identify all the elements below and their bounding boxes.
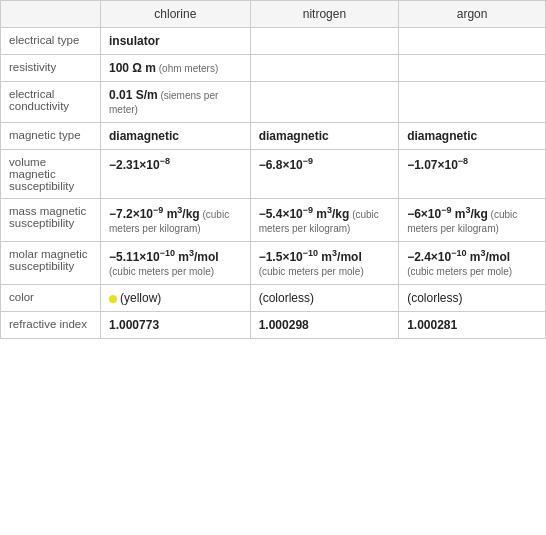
table-cell <box>399 82 546 123</box>
cell-value: −5.11×10−10 m3/mol <box>109 250 219 264</box>
table-cell: −1.07×10−8 <box>399 150 546 199</box>
cell-value: 1.000298 <box>259 318 309 332</box>
cell-value: (yellow) <box>120 291 161 305</box>
table-cell: −7.2×10−9 m3/kg (cubic meters per kilogr… <box>101 199 251 242</box>
cell-value: (colorless) <box>259 291 314 305</box>
table-cell: −6.8×10−9 <box>250 150 398 199</box>
row-label: magnetic type <box>1 123 101 150</box>
cell-value: −6×10−9 m3/kg <box>407 207 488 221</box>
color-dot <box>109 295 117 303</box>
table-cell: 1.000281 <box>399 312 546 339</box>
table-cell: −6×10−9 m3/kg (cubic meters per kilogram… <box>399 199 546 242</box>
cell-value: diamagnetic <box>109 129 179 143</box>
table-cell <box>250 28 398 55</box>
table-cell: −2.31×10−8 <box>101 150 251 199</box>
header-label-col <box>1 1 101 28</box>
table-cell <box>250 82 398 123</box>
cell-value: −1.07×10−8 <box>407 158 468 172</box>
table-cell <box>399 28 546 55</box>
table-cell: −5.4×10−9 m3/kg (cubic meters per kilogr… <box>250 199 398 242</box>
cell-value: 0.01 S/m <box>109 88 158 102</box>
row-label: volume magnetic susceptibility <box>1 150 101 199</box>
table-cell: −5.11×10−10 m3/mol (cubic meters per mol… <box>101 242 251 285</box>
table-cell: diamagnetic <box>399 123 546 150</box>
table-cell: (colorless) <box>250 285 398 312</box>
cell-value: diamagnetic <box>259 129 329 143</box>
header-chlorine: chlorine <box>101 1 251 28</box>
row-label: mass magnetic susceptibility <box>1 199 101 242</box>
cell-value: −6.8×10−9 <box>259 158 313 172</box>
table-cell: diamagnetic <box>101 123 251 150</box>
table-row: refractive index1.0007731.0002981.000281 <box>1 312 546 339</box>
table-row: volume magnetic susceptibility−2.31×10−8… <box>1 150 546 199</box>
table-cell: (colorless) <box>399 285 546 312</box>
table-row: resistivity100 Ω m (ohm meters) <box>1 55 546 82</box>
properties-table: chlorine nitrogen argon electrical typei… <box>0 0 546 339</box>
table-row: electrical conductivity0.01 S/m (siemens… <box>1 82 546 123</box>
row-label: electrical type <box>1 28 101 55</box>
cell-unit: (cubic meters per mole) <box>407 266 512 277</box>
cell-unit: (cubic meters per mole) <box>109 266 214 277</box>
table-cell: −1.5×10−10 m3/mol (cubic meters per mole… <box>250 242 398 285</box>
cell-value: −2.4×10−10 m3/mol <box>407 250 510 264</box>
table-cell: 1.000298 <box>250 312 398 339</box>
table-cell <box>250 55 398 82</box>
cell-value: 1.000773 <box>109 318 159 332</box>
row-label: electrical conductivity <box>1 82 101 123</box>
cell-value: diamagnetic <box>407 129 477 143</box>
cell-unit: (cubic meters per mole) <box>259 266 364 277</box>
cell-value: 1.000281 <box>407 318 457 332</box>
row-label: color <box>1 285 101 312</box>
cell-unit: (ohm meters) <box>156 63 218 74</box>
table-cell: −2.4×10−10 m3/mol (cubic meters per mole… <box>399 242 546 285</box>
row-label: resistivity <box>1 55 101 82</box>
header-argon: argon <box>399 1 546 28</box>
cell-value: −2.31×10−8 <box>109 158 170 172</box>
table-cell: diamagnetic <box>250 123 398 150</box>
table-cell <box>399 55 546 82</box>
table-cell: 0.01 S/m (siemens per meter) <box>101 82 251 123</box>
cell-value: insulator <box>109 34 160 48</box>
cell-value: −1.5×10−10 m3/mol <box>259 250 362 264</box>
table-cell: 1.000773 <box>101 312 251 339</box>
row-label: refractive index <box>1 312 101 339</box>
table-row: magnetic typediamagneticdiamagneticdiama… <box>1 123 546 150</box>
header-nitrogen: nitrogen <box>250 1 398 28</box>
table-row: molar magnetic susceptibility−5.11×10−10… <box>1 242 546 285</box>
cell-value: −7.2×10−9 m3/kg <box>109 207 200 221</box>
table-row: color(yellow)(colorless)(colorless) <box>1 285 546 312</box>
table-cell: (yellow) <box>101 285 251 312</box>
table-cell: insulator <box>101 28 251 55</box>
table-row: electrical typeinsulator <box>1 28 546 55</box>
cell-value: 100 Ω m <box>109 61 156 75</box>
cell-value: −5.4×10−9 m3/kg <box>259 207 350 221</box>
cell-value: (colorless) <box>407 291 462 305</box>
row-label: molar magnetic susceptibility <box>1 242 101 285</box>
table-cell: 100 Ω m (ohm meters) <box>101 55 251 82</box>
table-row: mass magnetic susceptibility−7.2×10−9 m3… <box>1 199 546 242</box>
